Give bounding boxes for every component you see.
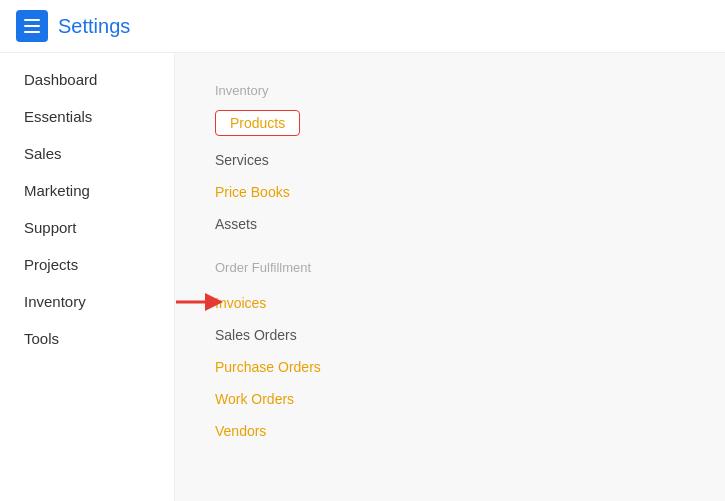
sidebar-item-marketing[interactable]: Marketing [0, 172, 174, 209]
sidebar: Dashboard Essentials Sales Marketing Sup… [0, 53, 175, 501]
sidebar-item-inventory[interactable]: Inventory [0, 283, 174, 320]
sidebar-item-tools[interactable]: Tools [0, 320, 174, 357]
menu-item-price-books[interactable]: Price Books [215, 176, 685, 208]
app-title: Settings [58, 15, 130, 38]
sidebar-item-sales[interactable]: Sales [0, 135, 174, 172]
menu-item-vendors[interactable]: Vendors [215, 415, 685, 447]
content-panel: Inventory Products Services Price Books … [175, 53, 725, 501]
inventory-section: Inventory Products Services Price Books … [215, 83, 685, 240]
menu-item-services[interactable]: Services [215, 144, 685, 176]
sidebar-item-dashboard[interactable]: Dashboard [0, 61, 174, 98]
top-bar: Settings [0, 0, 725, 53]
sidebar-item-essentials[interactable]: Essentials [0, 98, 174, 135]
menu-item-purchase-orders[interactable]: Purchase Orders [215, 351, 685, 383]
menu-item-sales-orders[interactable]: Sales Orders [215, 319, 685, 351]
menu-item-assets[interactable]: Assets [215, 208, 685, 240]
red-arrow-icon [174, 290, 224, 314]
main-layout: Dashboard Essentials Sales Marketing Sup… [0, 53, 725, 501]
sidebar-item-support[interactable]: Support [0, 209, 174, 246]
order-fulfillment-section: Order Fulfillment Invoices Sales Orders … [215, 260, 685, 447]
menu-item-products[interactable]: Products [215, 110, 685, 136]
inventory-section-label: Inventory [215, 83, 685, 98]
menu-item-invoices[interactable]: Invoices [215, 287, 685, 319]
menu-button[interactable] [16, 10, 48, 42]
sidebar-item-projects[interactable]: Projects [0, 246, 174, 283]
menu-item-work-orders[interactable]: Work Orders [215, 383, 685, 415]
order-fulfillment-label: Order Fulfillment [215, 260, 685, 275]
